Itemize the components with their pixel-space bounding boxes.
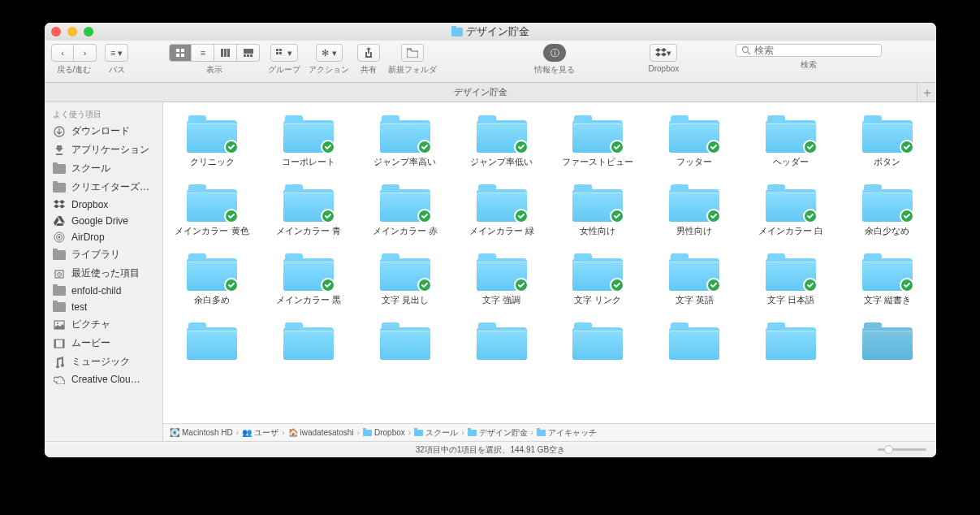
sidebar-item[interactable]: enfold-child bbox=[45, 283, 162, 299]
folder-item[interactable]: 女性向け bbox=[557, 183, 638, 237]
sidebar-item[interactable]: Google Drive bbox=[45, 213, 162, 229]
folder-icon bbox=[187, 183, 237, 222]
folder-item[interactable]: 文字 英語 bbox=[654, 252, 735, 306]
folder-item[interactable] bbox=[750, 321, 831, 360]
folder-label: 文字 縦書き bbox=[864, 294, 911, 306]
content: クリニックコーポレートジャンプ率高いジャンプ率低いファーストビューフッターヘッダ… bbox=[163, 102, 936, 441]
folder-item[interactable]: メインカラー 黒 bbox=[268, 252, 349, 306]
search-field[interactable] bbox=[736, 44, 882, 57]
path-segment[interactable]: スクール bbox=[414, 427, 458, 439]
sync-check-icon bbox=[417, 278, 432, 292]
folder-item[interactable]: ジャンプ率低い bbox=[461, 114, 542, 168]
folder-grid[interactable]: クリニックコーポレートジャンプ率高いジャンプ率低いファーストビューフッターヘッダ… bbox=[163, 102, 936, 423]
folder-item[interactable]: メインカラー 黄色 bbox=[171, 183, 253, 237]
sidebar-item[interactable]: クリエイターズ… bbox=[45, 178, 162, 197]
gdrive-icon bbox=[53, 215, 66, 227]
sidebar-item[interactable]: ピクチャ bbox=[45, 315, 162, 334]
folder-icon bbox=[380, 183, 430, 222]
svg-rect-14 bbox=[279, 52, 282, 54]
title-text: デザイン貯金 bbox=[466, 24, 529, 39]
sidebar-item[interactable]: ムービー bbox=[45, 334, 162, 353]
folder-item[interactable]: フッター bbox=[654, 114, 735, 168]
path-button[interactable]: ≡ ▾ bbox=[105, 44, 128, 62]
folder-item[interactable]: ボタン bbox=[847, 114, 928, 168]
column-view-button[interactable] bbox=[214, 44, 237, 62]
folder-item[interactable] bbox=[461, 321, 542, 360]
folder-item[interactable]: ヘッダー bbox=[750, 114, 831, 168]
folder-item[interactable]: 文字 見出し bbox=[365, 252, 446, 306]
folder-item[interactable]: メインカラー 白 bbox=[750, 183, 831, 237]
folder-item[interactable]: 文字 日本語 bbox=[750, 252, 831, 306]
sidebar-item[interactable]: 最近使った項目 bbox=[45, 264, 162, 283]
share-group: 共有 bbox=[357, 44, 380, 76]
folder-item[interactable]: ファーストビュー bbox=[557, 114, 638, 168]
folder-item[interactable] bbox=[654, 321, 735, 360]
sync-check-icon bbox=[321, 140, 335, 154]
list-view-button[interactable]: ≡ bbox=[192, 44, 214, 62]
folder-item[interactable]: 文字 縦書き bbox=[847, 252, 928, 306]
newfolder-button[interactable] bbox=[401, 44, 424, 62]
sidebar-item[interactable]: アプリケーション bbox=[45, 141, 162, 159]
search-input[interactable] bbox=[754, 45, 876, 56]
back-button[interactable]: ‹ bbox=[51, 44, 74, 62]
folder-icon bbox=[572, 183, 623, 222]
forward-button[interactable]: › bbox=[74, 44, 97, 62]
gallery-view-button[interactable] bbox=[237, 44, 260, 62]
folder-item[interactable]: 余白少なめ bbox=[847, 183, 928, 237]
folder-item[interactable]: メインカラー 青 bbox=[268, 183, 349, 237]
path-segment[interactable]: 👥 ユーザ bbox=[242, 427, 278, 439]
path-segment[interactable]: 💽 Macintosh HD bbox=[170, 428, 233, 437]
newfolder-label: 新規フォルダ bbox=[388, 64, 437, 76]
folder-item[interactable]: 余白多め bbox=[171, 252, 253, 306]
folder-item[interactable]: ジャンプ率高い bbox=[365, 114, 446, 168]
folder-item[interactable]: メインカラー 赤 bbox=[365, 183, 446, 237]
folder-item[interactable] bbox=[268, 321, 349, 360]
sidebar-item[interactable]: スクール bbox=[45, 159, 162, 178]
folder-item[interactable] bbox=[365, 321, 446, 360]
folder-item[interactable] bbox=[171, 321, 253, 360]
movies-icon bbox=[53, 338, 66, 349]
pathbar[interactable]: 💽 Macintosh HD› 👥 ユーザ› 🏠 iwadatesatoshi›… bbox=[163, 423, 936, 441]
sidebar-item[interactable]: ダウンロード bbox=[45, 122, 162, 141]
folder-item[interactable] bbox=[557, 321, 638, 360]
sidebar-item[interactable]: Creative Clou… bbox=[45, 371, 162, 387]
sync-check-icon bbox=[417, 140, 432, 154]
new-tab-button[interactable]: ＋ bbox=[917, 83, 936, 102]
action-button[interactable]: ✻ ▾ bbox=[316, 44, 342, 62]
share-button[interactable] bbox=[357, 44, 380, 62]
path-segment[interactable]: デザイン貯金 bbox=[468, 427, 528, 439]
titlebar[interactable]: デザイン貯金 bbox=[45, 23, 936, 41]
folder-item[interactable]: 文字 強調 bbox=[461, 252, 542, 306]
info-button[interactable]: ⓘ bbox=[543, 44, 566, 62]
folder-icon bbox=[380, 114, 430, 153]
minimize-icon[interactable] bbox=[67, 27, 77, 37]
folder-item[interactable]: クリニック bbox=[171, 114, 253, 168]
path-segment[interactable]: アイキャッチ bbox=[537, 427, 597, 439]
close-icon[interactable] bbox=[51, 27, 61, 37]
folder-icon bbox=[766, 183, 816, 222]
zoom-slider[interactable] bbox=[878, 448, 926, 451]
pictures-icon bbox=[53, 319, 66, 331]
sidebar-item[interactable]: ライブラリ bbox=[45, 245, 162, 264]
airdrop-icon bbox=[53, 232, 66, 243]
sidebar-item[interactable]: test bbox=[45, 299, 162, 315]
svg-line-16 bbox=[748, 52, 750, 54]
sync-check-icon bbox=[706, 209, 721, 223]
icon-view-button[interactable] bbox=[169, 44, 192, 62]
folder-item[interactable]: コーポレート bbox=[268, 114, 349, 168]
sidebar-item[interactable]: AirDrop bbox=[45, 229, 162, 245]
folder-item[interactable]: 文字 リンク bbox=[557, 252, 638, 306]
group-button[interactable]: ▾ bbox=[270, 44, 298, 62]
sync-check-icon bbox=[224, 140, 239, 154]
path-segment[interactable]: Dropbox bbox=[363, 428, 405, 437]
folder-item[interactable]: メインカラー 緑 bbox=[461, 183, 542, 237]
tab-design[interactable]: デザイン貯金 bbox=[45, 86, 917, 98]
path-group: ≡ ▾ パス bbox=[105, 44, 128, 76]
sidebar-item[interactable]: ミュージック bbox=[45, 353, 162, 371]
sidebar-item[interactable]: Dropbox bbox=[45, 197, 162, 213]
folder-item[interactable]: 男性向け bbox=[654, 183, 735, 237]
zoom-icon[interactable] bbox=[84, 27, 93, 37]
path-segment[interactable]: 🏠 iwadatesatoshi bbox=[288, 428, 354, 437]
dropbox-button[interactable]: ▾ bbox=[650, 44, 677, 62]
folder-item-selected[interactable] bbox=[847, 321, 928, 360]
